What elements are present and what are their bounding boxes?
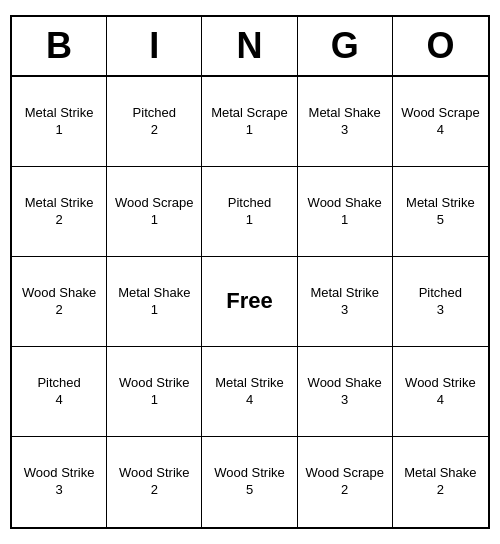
bingo-cell: Wood Strike2 xyxy=(107,437,202,527)
bingo-cell: Wood Shake2 xyxy=(12,257,107,347)
bingo-cell: Wood Scrape4 xyxy=(393,77,488,167)
bingo-grid: Metal Strike1Pitched2Metal Scrape1Metal … xyxy=(12,77,488,527)
bingo-cell: Metal Strike4 xyxy=(202,347,297,437)
bingo-cell: Pitched2 xyxy=(107,77,202,167)
bingo-cell: Metal Scrape1 xyxy=(202,77,297,167)
bingo-cell: Pitched1 xyxy=(202,167,297,257)
bingo-cell: Metal Shake1 xyxy=(107,257,202,347)
bingo-cell: Metal Shake3 xyxy=(298,77,393,167)
bingo-cell: Wood Strike5 xyxy=(202,437,297,527)
bingo-cell: Metal Shake2 xyxy=(393,437,488,527)
bingo-cell: Wood Shake1 xyxy=(298,167,393,257)
bingo-cell: Pitched4 xyxy=(12,347,107,437)
bingo-cell: Free xyxy=(202,257,297,347)
bingo-cell: Pitched3 xyxy=(393,257,488,347)
header-letter: I xyxy=(107,17,202,75)
bingo-cell: Wood Scrape1 xyxy=(107,167,202,257)
header-letter: G xyxy=(298,17,393,75)
bingo-cell: Wood Scrape2 xyxy=(298,437,393,527)
bingo-cell: Metal Strike1 xyxy=(12,77,107,167)
bingo-cell: Wood Strike3 xyxy=(12,437,107,527)
bingo-card: BINGO Metal Strike1Pitched2Metal Scrape1… xyxy=(10,15,490,529)
bingo-cell: Metal Strike5 xyxy=(393,167,488,257)
bingo-cell: Wood Strike4 xyxy=(393,347,488,437)
bingo-cell: Metal Strike3 xyxy=(298,257,393,347)
bingo-header: BINGO xyxy=(12,17,488,77)
header-letter: N xyxy=(202,17,297,75)
header-letter: B xyxy=(12,17,107,75)
bingo-cell: Metal Strike2 xyxy=(12,167,107,257)
bingo-cell: Wood Shake3 xyxy=(298,347,393,437)
bingo-cell: Wood Strike1 xyxy=(107,347,202,437)
header-letter: O xyxy=(393,17,488,75)
